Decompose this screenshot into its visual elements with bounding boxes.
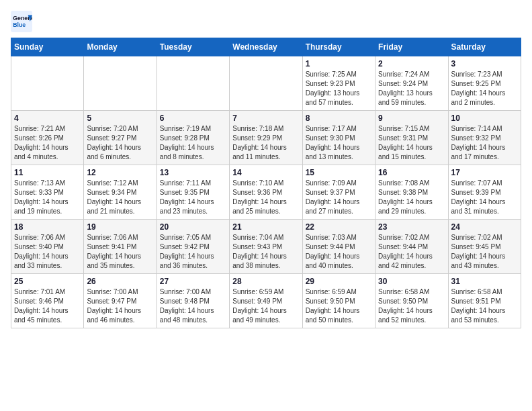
- day-number: 21: [232, 222, 299, 232]
- weekday-header: Sunday: [11, 38, 84, 56]
- calendar-cell: 2Sunrise: 7:24 AM Sunset: 9:24 PM Daylig…: [375, 56, 448, 111]
- weekday-row: SundayMondayTuesdayWednesdayThursdayFrid…: [11, 38, 521, 56]
- day-info: Sunrise: 7:21 AM Sunset: 9:26 PM Dayligh…: [14, 124, 81, 162]
- day-number: 24: [451, 222, 518, 232]
- logo-icon: General Blue: [11, 11, 32, 32]
- day-info: Sunrise: 7:11 AM Sunset: 9:35 PM Dayligh…: [160, 179, 226, 216]
- calendar-cell: 26Sunrise: 7:00 AM Sunset: 9:47 PM Dayli…: [84, 274, 157, 328]
- day-info: Sunrise: 7:12 AM Sunset: 9:34 PM Dayligh…: [87, 179, 153, 216]
- day-number: 9: [378, 113, 445, 123]
- calendar-cell: 25Sunrise: 7:01 AM Sunset: 9:46 PM Dayli…: [11, 274, 84, 328]
- day-info: Sunrise: 7:20 AM Sunset: 9:27 PM Dayligh…: [87, 124, 153, 162]
- calendar-cell: 18Sunrise: 7:06 AM Sunset: 9:40 PM Dayli…: [11, 220, 84, 274]
- day-info: Sunrise: 7:03 AM Sunset: 9:44 PM Dayligh…: [306, 233, 372, 271]
- day-number: 20: [160, 222, 226, 232]
- day-info: Sunrise: 7:01 AM Sunset: 9:46 PM Dayligh…: [14, 287, 81, 325]
- day-info: Sunrise: 6:59 AM Sunset: 9:49 PM Dayligh…: [232, 287, 299, 325]
- day-info: Sunrise: 7:06 AM Sunset: 9:41 PM Dayligh…: [87, 233, 153, 271]
- calendar-cell: [11, 56, 84, 111]
- calendar-cell: 21Sunrise: 7:04 AM Sunset: 9:43 PM Dayli…: [230, 220, 302, 274]
- day-info: Sunrise: 7:15 AM Sunset: 9:31 PM Dayligh…: [378, 124, 445, 162]
- day-number: 17: [451, 168, 518, 177]
- day-number: 30: [378, 277, 445, 286]
- day-info: Sunrise: 7:10 AM Sunset: 9:36 PM Dayligh…: [232, 179, 299, 216]
- day-number: 26: [87, 277, 153, 286]
- calendar-cell: 9Sunrise: 7:15 AM Sunset: 9:31 PM Daylig…: [375, 111, 448, 165]
- day-info: Sunrise: 6:58 AM Sunset: 9:50 PM Dayligh…: [378, 287, 445, 325]
- weekday-header: Monday: [84, 38, 157, 56]
- calendar-cell: 27Sunrise: 7:00 AM Sunset: 9:48 PM Dayli…: [157, 274, 229, 328]
- calendar-cell: 1Sunrise: 7:25 AM Sunset: 9:23 PM Daylig…: [302, 56, 375, 111]
- day-number: 22: [306, 222, 372, 232]
- calendar-cell: [157, 56, 229, 111]
- day-info: Sunrise: 7:18 AM Sunset: 9:29 PM Dayligh…: [232, 124, 299, 162]
- day-info: Sunrise: 7:13 AM Sunset: 9:33 PM Dayligh…: [14, 179, 81, 216]
- calendar-cell: 3Sunrise: 7:23 AM Sunset: 9:25 PM Daylig…: [448, 56, 521, 111]
- day-info: Sunrise: 7:25 AM Sunset: 9:23 PM Dayligh…: [306, 70, 372, 107]
- calendar-table: SundayMondayTuesdayWednesdayThursdayFrid…: [11, 38, 521, 328]
- day-info: Sunrise: 7:24 AM Sunset: 9:24 PM Dayligh…: [378, 70, 445, 107]
- day-info: Sunrise: 7:02 AM Sunset: 9:44 PM Dayligh…: [378, 233, 445, 271]
- calendar-cell: 8Sunrise: 7:17 AM Sunset: 9:30 PM Daylig…: [302, 111, 375, 165]
- day-info: Sunrise: 7:06 AM Sunset: 9:40 PM Dayligh…: [14, 233, 81, 271]
- calendar-cell: 23Sunrise: 7:02 AM Sunset: 9:44 PM Dayli…: [375, 220, 448, 274]
- calendar-cell: 17Sunrise: 7:07 AM Sunset: 9:39 PM Dayli…: [448, 165, 521, 220]
- calendar-cell: 24Sunrise: 7:02 AM Sunset: 9:45 PM Dayli…: [448, 220, 521, 274]
- day-number: 1: [306, 59, 372, 68]
- day-number: 11: [14, 168, 81, 177]
- logo: General Blue: [11, 11, 35, 32]
- day-number: 4: [14, 113, 81, 123]
- day-info: Sunrise: 7:05 AM Sunset: 9:42 PM Dayligh…: [160, 233, 226, 271]
- day-number: 2: [378, 59, 445, 68]
- day-number: 12: [87, 168, 153, 177]
- calendar-cell: 13Sunrise: 7:11 AM Sunset: 9:35 PM Dayli…: [157, 165, 229, 220]
- weekday-header: Wednesday: [230, 38, 302, 56]
- day-number: 31: [451, 277, 518, 286]
- day-number: 25: [14, 277, 81, 286]
- calendar-cell: 22Sunrise: 7:03 AM Sunset: 9:44 PM Dayli…: [302, 220, 375, 274]
- day-info: Sunrise: 7:08 AM Sunset: 9:38 PM Dayligh…: [378, 179, 445, 216]
- weekday-header: Saturday: [448, 38, 521, 56]
- calendar-cell: [84, 56, 157, 111]
- day-info: Sunrise: 7:23 AM Sunset: 9:25 PM Dayligh…: [451, 70, 518, 107]
- calendar-cell: 31Sunrise: 6:58 AM Sunset: 9:51 PM Dayli…: [448, 274, 521, 328]
- calendar-week-row: 11Sunrise: 7:13 AM Sunset: 9:33 PM Dayli…: [11, 165, 521, 220]
- day-info: Sunrise: 7:00 AM Sunset: 9:47 PM Dayligh…: [87, 287, 153, 325]
- day-number: 8: [306, 113, 372, 123]
- calendar-week-row: 1Sunrise: 7:25 AM Sunset: 9:23 PM Daylig…: [11, 56, 521, 111]
- day-info: Sunrise: 7:09 AM Sunset: 9:37 PM Dayligh…: [306, 179, 372, 216]
- day-number: 6: [160, 113, 226, 123]
- day-number: 5: [87, 113, 153, 123]
- calendar-cell: 5Sunrise: 7:20 AM Sunset: 9:27 PM Daylig…: [84, 111, 157, 165]
- weekday-header: Friday: [375, 38, 448, 56]
- weekday-header: Thursday: [302, 38, 375, 56]
- day-info: Sunrise: 7:04 AM Sunset: 9:43 PM Dayligh…: [232, 233, 299, 271]
- day-info: Sunrise: 6:58 AM Sunset: 9:51 PM Dayligh…: [451, 287, 518, 325]
- day-number: 18: [14, 222, 81, 232]
- calendar-cell: 28Sunrise: 6:59 AM Sunset: 9:49 PM Dayli…: [230, 274, 302, 328]
- day-number: 29: [306, 277, 372, 286]
- day-number: 27: [160, 277, 226, 286]
- calendar-cell: 12Sunrise: 7:12 AM Sunset: 9:34 PM Dayli…: [84, 165, 157, 220]
- page-header: General Blue: [11, 11, 521, 32]
- day-number: 28: [232, 277, 299, 286]
- calendar-cell: 7Sunrise: 7:18 AM Sunset: 9:29 PM Daylig…: [230, 111, 302, 165]
- calendar-body: 1Sunrise: 7:25 AM Sunset: 9:23 PM Daylig…: [11, 56, 521, 328]
- day-number: 16: [378, 168, 445, 177]
- calendar-cell: 30Sunrise: 6:58 AM Sunset: 9:50 PM Dayli…: [375, 274, 448, 328]
- day-info: Sunrise: 6:59 AM Sunset: 9:50 PM Dayligh…: [306, 287, 372, 325]
- day-info: Sunrise: 7:00 AM Sunset: 9:48 PM Dayligh…: [160, 287, 226, 325]
- calendar-cell: 14Sunrise: 7:10 AM Sunset: 9:36 PM Dayli…: [230, 165, 302, 220]
- day-number: 19: [87, 222, 153, 232]
- day-number: 23: [378, 222, 445, 232]
- calendar-week-row: 25Sunrise: 7:01 AM Sunset: 9:46 PM Dayli…: [11, 274, 521, 328]
- day-number: 15: [306, 168, 372, 177]
- calendar-cell: [230, 56, 302, 111]
- day-info: Sunrise: 7:14 AM Sunset: 9:32 PM Dayligh…: [451, 124, 518, 162]
- day-number: 7: [232, 113, 299, 123]
- calendar-week-row: 4Sunrise: 7:21 AM Sunset: 9:26 PM Daylig…: [11, 111, 521, 165]
- calendar-header: SundayMondayTuesdayWednesdayThursdayFrid…: [11, 38, 521, 56]
- day-info: Sunrise: 7:02 AM Sunset: 9:45 PM Dayligh…: [451, 233, 518, 271]
- day-number: 10: [451, 113, 518, 123]
- calendar-cell: 20Sunrise: 7:05 AM Sunset: 9:42 PM Dayli…: [157, 220, 229, 274]
